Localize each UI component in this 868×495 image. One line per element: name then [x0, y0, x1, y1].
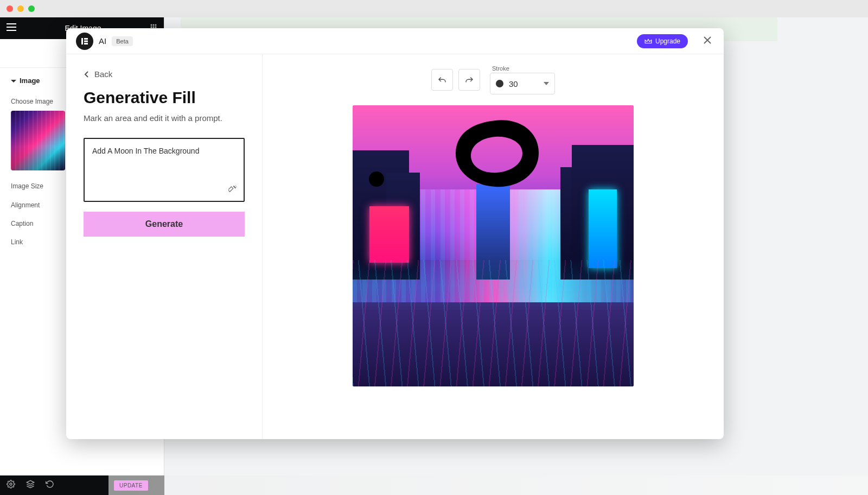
- svg-rect-18: [84, 43, 88, 45]
- svg-rect-0: [7, 23, 16, 24]
- ai-left-panel: Back Generative Fill Mark an area and ed…: [66, 54, 263, 439]
- link-label: Link: [11, 238, 23, 246]
- svg-rect-16: [84, 38, 88, 40]
- settings-icon[interactable]: [7, 480, 15, 491]
- image-size-label: Image Size: [11, 182, 43, 190]
- ai-right-panel: Stroke 30: [263, 54, 724, 439]
- generate-label: Generate: [145, 219, 183, 229]
- image-preview[interactable]: [353, 105, 634, 386]
- svg-marker-14: [27, 480, 34, 484]
- back-label: Back: [94, 69, 112, 79]
- brush-cursor: [369, 172, 384, 187]
- back-button[interactable]: Back: [84, 69, 245, 79]
- undo-button[interactable]: [431, 69, 453, 91]
- redo-button[interactable]: [458, 69, 480, 91]
- beta-badge: Beta: [112, 36, 133, 46]
- ai-title: AI: [99, 36, 106, 46]
- page-preview-strip: [108, 475, 868, 495]
- svg-rect-17: [84, 40, 88, 42]
- stroke-value: 30: [509, 79, 538, 88]
- chevron-down-icon: [544, 82, 549, 85]
- menu-icon[interactable]: [7, 23, 16, 33]
- layers-icon[interactable]: [26, 480, 35, 491]
- stroke-select[interactable]: 30: [490, 73, 555, 94]
- section-image-label: Image: [20, 77, 40, 85]
- svg-point-13: [10, 483, 12, 485]
- close-icon: [703, 36, 712, 45]
- prompt-input[interactable]: [92, 147, 236, 173]
- image-thumbnail[interactable]: [11, 111, 65, 170]
- upgrade-label: Upgrade: [655, 37, 680, 45]
- stroke-control: Stroke 30: [490, 65, 555, 94]
- svg-rect-15: [81, 38, 83, 45]
- mac-titlebar: [0, 0, 868, 17]
- magic-wand-icon[interactable]: [228, 185, 237, 195]
- svg-point-3: [151, 24, 152, 26]
- genfill-heading: Generative Fill: [84, 88, 245, 107]
- history-icon[interactable]: [46, 480, 54, 491]
- crown-icon: [644, 38, 652, 45]
- update-button[interactable]: UPDATE: [114, 480, 148, 491]
- redo-icon: [464, 75, 474, 84]
- ai-header: AI Beta Upgrade: [66, 28, 724, 54]
- window-minimize-dot[interactable]: [17, 5, 24, 12]
- caption-label: Caption: [11, 220, 33, 227]
- svg-point-4: [153, 24, 155, 26]
- canvas-stage: [279, 105, 707, 428]
- window-close-dot[interactable]: [7, 5, 13, 12]
- window-maximize-dot[interactable]: [28, 5, 35, 12]
- stroke-label: Stroke: [490, 65, 555, 72]
- genfill-subheading: Mark an area and edit it with a prompt.: [84, 113, 245, 123]
- canvas-toolbar: Stroke 30: [279, 65, 707, 94]
- close-button[interactable]: [701, 34, 714, 49]
- stroke-preview-dot: [496, 80, 503, 87]
- alignment-label: Alignment: [11, 201, 40, 209]
- ai-modal: AI Beta Upgrade Back Generative Fill Mar…: [66, 28, 724, 439]
- choose-image-label: Choose Image: [11, 98, 53, 105]
- upgrade-button[interactable]: Upgrade: [637, 34, 688, 48]
- road-layer: [353, 260, 634, 386]
- prompt-box[interactable]: [84, 138, 245, 202]
- svg-rect-1: [7, 27, 16, 28]
- undo-icon: [437, 75, 447, 84]
- generate-button[interactable]: Generate: [84, 212, 245, 237]
- svg-rect-2: [7, 30, 16, 31]
- chevron-left-icon: [84, 71, 89, 78]
- svg-point-5: [155, 24, 157, 26]
- elementor-logo-icon: [76, 33, 93, 50]
- ai-body: Back Generative Fill Mark an area and ed…: [66, 54, 724, 439]
